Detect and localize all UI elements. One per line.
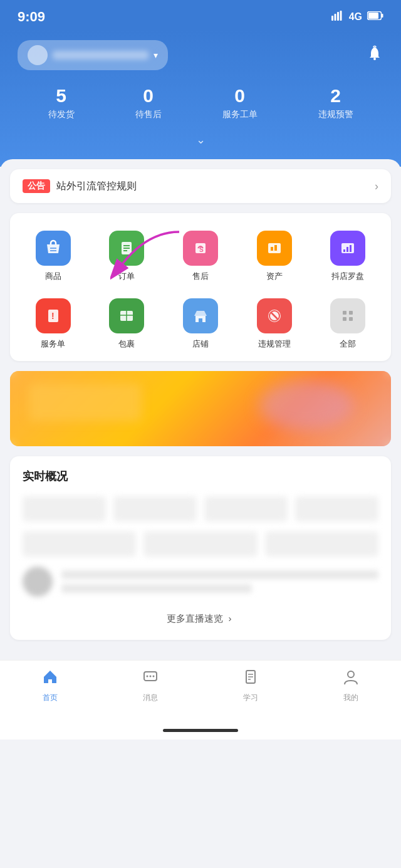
signal-icon bbox=[331, 11, 344, 23]
store-icon bbox=[183, 298, 218, 333]
nav-item-learn[interactable]: 学习 bbox=[242, 668, 259, 703]
menu-item-goods[interactable]: 商品 bbox=[16, 226, 90, 287]
menu-label-violation: 违规管理 bbox=[258, 338, 291, 350]
blur-stats-row-2 bbox=[23, 531, 378, 557]
svg-point-7 bbox=[373, 58, 376, 60]
announcement-badge: 公告 bbox=[23, 179, 50, 193]
stat-pending-ship[interactable]: 5 待发货 bbox=[48, 85, 75, 120]
banner-section[interactable] bbox=[10, 371, 391, 446]
svg-rect-22 bbox=[350, 245, 352, 252]
chevron-down-icon: ▾ bbox=[154, 50, 158, 60]
home-icon bbox=[41, 668, 59, 690]
announcement-left: 公告 站外引流管控规则 bbox=[23, 179, 137, 193]
svg-point-39 bbox=[153, 676, 155, 677]
learn-icon bbox=[242, 668, 259, 690]
menu-item-assets[interactable]: 资产 bbox=[237, 226, 311, 287]
all-icon bbox=[330, 298, 365, 333]
svg-rect-28 bbox=[199, 318, 202, 322]
menu-label-orders: 订单 bbox=[118, 271, 135, 282]
orders-icon bbox=[109, 231, 144, 266]
home-indicator-bar bbox=[163, 729, 238, 732]
battery-icon bbox=[367, 11, 383, 23]
svg-rect-6 bbox=[382, 14, 383, 18]
announcement-bar[interactable]: 公告 站外引流管控规则 › bbox=[10, 169, 391, 203]
stat-service-order[interactable]: 0 服务工单 bbox=[222, 85, 258, 120]
bottom-nav: 首页 消息 学习 bbox=[0, 660, 401, 718]
realtime-title: 实时概况 bbox=[23, 469, 378, 484]
menu-item-violation[interactable]: 违规管理 bbox=[237, 293, 311, 355]
menu-item-parcel[interactable]: 包裹 bbox=[90, 293, 164, 355]
more-live-text: 更多直播速览 bbox=[167, 613, 223, 624]
svg-text:S: S bbox=[199, 246, 204, 253]
blur-stat-5 bbox=[23, 531, 136, 557]
svg-rect-33 bbox=[349, 311, 353, 315]
blur-stat-4 bbox=[295, 496, 378, 521]
mine-icon bbox=[342, 668, 360, 690]
svg-point-37 bbox=[147, 676, 148, 677]
stat-num-2: 0 bbox=[222, 85, 258, 107]
blur-stats-row-1 bbox=[23, 496, 378, 521]
svg-rect-5 bbox=[368, 13, 378, 19]
stat-label-1: 待售后 bbox=[135, 109, 162, 120]
store-name bbox=[53, 51, 148, 60]
svg-rect-32 bbox=[343, 311, 346, 315]
bell-icon[interactable] bbox=[366, 44, 383, 66]
stat-num-0: 5 bbox=[48, 85, 75, 107]
svg-rect-3 bbox=[340, 11, 341, 21]
aftersale-icon: S bbox=[183, 231, 218, 266]
menu-label-store: 店铺 bbox=[192, 338, 209, 350]
nav-item-mine[interactable]: 我的 bbox=[342, 668, 360, 703]
menu-item-service[interactable]: ! 服务单 bbox=[16, 293, 90, 355]
svg-rect-1 bbox=[334, 14, 336, 21]
status-bar: 9:09 4G bbox=[0, 0, 401, 30]
nav-label-learn: 学习 bbox=[243, 693, 258, 703]
blur-stat-6 bbox=[143, 531, 257, 557]
menu-grid: 商品 订单 bbox=[16, 226, 385, 355]
stat-violation[interactable]: 2 违规预警 bbox=[318, 85, 353, 120]
menu-section: 商品 订单 bbox=[10, 213, 391, 361]
blur-avatar bbox=[23, 567, 53, 597]
svg-rect-18 bbox=[274, 245, 277, 251]
nav-item-home[interactable]: 首页 bbox=[41, 668, 59, 703]
menu-item-compass[interactable]: 抖店罗盘 bbox=[311, 226, 385, 287]
menu-label-all: 全部 bbox=[340, 338, 356, 350]
svg-rect-34 bbox=[343, 317, 346, 321]
announcement-arrow-icon: › bbox=[375, 180, 378, 193]
stats-row: 5 待发货 0 待售后 0 服务工单 2 违规预警 bbox=[18, 85, 383, 120]
stat-pending-aftersale[interactable]: 0 待售后 bbox=[135, 85, 162, 120]
nav-label-message: 消息 bbox=[143, 693, 158, 703]
blur-line-2 bbox=[61, 584, 252, 593]
svg-point-38 bbox=[150, 676, 152, 677]
menu-item-orders[interactable]: 订单 bbox=[90, 226, 164, 287]
svg-point-44 bbox=[348, 671, 354, 677]
menu-item-aftersale[interactable]: S 售后 bbox=[164, 226, 237, 287]
stat-num-3: 2 bbox=[318, 85, 353, 107]
nav-label-home: 首页 bbox=[43, 693, 58, 703]
stat-label-0: 待发货 bbox=[48, 109, 75, 120]
more-live-link[interactable]: 更多直播速览 › bbox=[23, 607, 378, 627]
home-indicator bbox=[0, 718, 401, 740]
menu-label-goods: 商品 bbox=[45, 271, 61, 282]
more-live-arrow-icon: › bbox=[229, 613, 232, 624]
compass-icon bbox=[330, 231, 365, 266]
svg-rect-21 bbox=[346, 247, 348, 252]
blur-lines bbox=[61, 570, 378, 593]
svg-rect-17 bbox=[271, 247, 273, 251]
service-icon: ! bbox=[36, 298, 71, 333]
stat-label-3: 违规预警 bbox=[318, 109, 353, 120]
nav-label-mine: 我的 bbox=[343, 693, 358, 703]
stat-label-2: 服务工单 bbox=[222, 109, 258, 120]
menu-item-all[interactable]: 全部 bbox=[311, 293, 385, 355]
realtime-section: 实时概况 更多直播速览 › bbox=[10, 456, 391, 640]
blur-stat-1 bbox=[23, 496, 106, 521]
svg-rect-0 bbox=[331, 16, 333, 21]
parcel-icon bbox=[109, 298, 144, 333]
nav-item-message[interactable]: 消息 bbox=[142, 668, 159, 703]
expand-chevron[interactable]: ⌄ bbox=[18, 133, 383, 152]
menu-label-assets: 资产 bbox=[266, 271, 283, 282]
menu-item-store[interactable]: 店铺 bbox=[164, 293, 237, 355]
blur-stat-3 bbox=[204, 496, 288, 521]
store-selector[interactable]: ▾ bbox=[18, 40, 168, 70]
status-icons: 4G bbox=[331, 11, 383, 23]
violation-icon bbox=[257, 298, 292, 333]
